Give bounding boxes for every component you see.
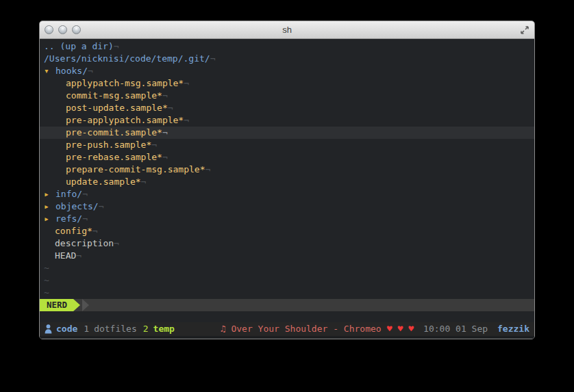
tree-node-label: objects/ <box>55 201 99 211</box>
linebreak-glyph: ¬ <box>82 189 88 199</box>
session-name: code <box>56 323 77 335</box>
tree-node-label: prepare-commit-msg.sample* <box>66 164 205 174</box>
tree-line[interactable]: pre-applypatch.sample*¬ <box>40 114 534 127</box>
linebreak-glyph: ¬ <box>168 103 173 113</box>
linebreak-glyph: ¬ <box>162 90 168 101</box>
heart-icon: ♥ <box>397 324 403 334</box>
tree-line[interactable]: prepare-commit-msg.sample*¬ <box>40 164 534 176</box>
tree-node-label: pre-push.sample* <box>66 140 151 150</box>
powerline-arrow-icon <box>73 299 80 311</box>
tree-node-label: refs/ <box>55 213 82 224</box>
linebreak-glyph: ¬ <box>76 250 82 261</box>
tree-line[interactable]: .. (up a dir)¬ <box>40 40 534 53</box>
tree-line[interactable]: ▸info/¬ <box>40 188 534 200</box>
tmux-window-index: 1 <box>84 324 89 334</box>
person-icon <box>45 324 52 334</box>
tree-node-label: post-update.sample* <box>66 103 168 113</box>
hostname: fezzik <box>497 323 529 335</box>
tree-line[interactable]: HEAD¬ <box>40 250 534 262</box>
tree-node-label: pre-rebase.sample* <box>66 152 162 162</box>
tree-line[interactable]: ▸refs/¬ <box>40 213 534 225</box>
dir-closed-arrow-icon[interactable]: ▸ <box>44 200 55 213</box>
linebreak-glyph: ¬ <box>82 213 88 224</box>
tree-node-label: .. (up a dir) <box>44 41 114 51</box>
tree-line[interactable]: /Users/nicknisi/code/temp/.git/¬ <box>40 53 534 65</box>
song-title: Over Your Shoulder - Chromeo <box>231 323 381 335</box>
tmux-window-name: dotfiles <box>94 324 137 334</box>
tree-line[interactable]: config*¬ <box>40 225 534 237</box>
tmux-statusbar: code 1dotfiles2temp ♫ Over Your Shoulder… <box>40 322 534 336</box>
tmux-status-right: ♫ Over Your Shoulder - Chromeo ♥♥♥ 10:00… <box>221 323 529 335</box>
tree-line[interactable]: ▾hooks/¬ <box>40 65 534 77</box>
linebreak-glyph: ¬ <box>205 164 211 174</box>
tree-line[interactable]: applypatch-msg.sample*¬ <box>40 77 534 90</box>
minimize-button[interactable] <box>58 25 67 34</box>
tmux-window-item[interactable]: 1dotfiles <box>84 324 136 334</box>
terminal-window: sh .. (up a dir)¬/Users/nicknisi/code/te… <box>39 21 535 339</box>
heart-icon: ♥ <box>408 324 414 334</box>
dir-closed-arrow-icon[interactable]: ▸ <box>44 188 55 200</box>
linebreak-glyph: ¬ <box>151 140 157 150</box>
tree-node-label: hooks/ <box>55 66 88 76</box>
linebreak-glyph: ¬ <box>88 66 93 76</box>
fullscreen-button[interactable] <box>519 25 530 36</box>
zoom-button[interactable] <box>72 25 81 34</box>
linebreak-glyph: ¬ <box>141 177 147 187</box>
tree-line[interactable]: pre-rebase.sample*¬ <box>40 151 534 164</box>
vim-statusline: NERD <box>40 299 534 311</box>
tree-node-label: pre-commit.sample* <box>66 127 162 138</box>
tree-line[interactable]: post-update.sample*¬ <box>40 102 534 114</box>
tree-node-label: pre-applypatch.sample* <box>66 115 184 125</box>
linebreak-glyph: ¬ <box>92 226 98 236</box>
empty-buffer-line: ~ <box>40 274 534 287</box>
tmux-window-item[interactable]: 2temp <box>143 324 175 334</box>
tree-node-label: /Users/nicknisi/code/temp/.git/ <box>44 53 210 64</box>
empty-buffer-line: ~ <box>40 262 534 274</box>
tree-line[interactable]: commit-msg.sample*¬ <box>40 90 534 102</box>
tree-node-label: HEAD <box>55 250 76 261</box>
linebreak-glyph: ¬ <box>162 127 168 138</box>
tree-line[interactable]: description¬ <box>40 237 534 250</box>
tree-node-label: info/ <box>55 189 82 199</box>
linebreak-glyph: ¬ <box>184 78 189 88</box>
tree-node-label: config* <box>55 226 92 236</box>
fullscreen-icon <box>519 25 530 36</box>
linebreak-glyph: ¬ <box>114 238 119 248</box>
tmux-window-index: 2 <box>143 324 149 334</box>
traffic-lights <box>45 25 81 34</box>
dir-closed-arrow-icon[interactable]: ▸ <box>44 213 55 225</box>
tree-node-label: description <box>55 238 114 248</box>
vim-commandline <box>40 311 534 322</box>
tmux-window-list: 1dotfiles2temp <box>84 323 181 335</box>
heart-rating: ♥♥♥ <box>387 323 414 335</box>
tree-line[interactable]: pre-push.sample*¬ <box>40 139 534 151</box>
tree-line[interactable]: pre-commit.sample*¬ <box>40 127 534 139</box>
music-note-icon: ♫ <box>221 323 226 335</box>
linebreak-glyph: ¬ <box>184 115 189 125</box>
heart-icon: ♥ <box>387 324 392 334</box>
terminal-bottom-padding <box>40 336 534 339</box>
tree-node-label: update.sample* <box>66 177 141 187</box>
tree-line[interactable]: ▸objects/¬ <box>40 200 534 213</box>
tmux-window-name: temp <box>153 324 175 334</box>
linebreak-glyph: ¬ <box>162 152 168 162</box>
nerdtree-pane: .. (up a dir)¬/Users/nicknisi/code/temp/… <box>40 39 534 299</box>
terminal-screen[interactable]: .. (up a dir)¬/Users/nicknisi/code/temp/… <box>40 39 534 339</box>
tree-node-label: commit-msg.sample* <box>66 90 162 101</box>
linebreak-glyph: ¬ <box>99 201 104 211</box>
tree-node-label: applypatch-msg.sample* <box>66 78 184 88</box>
linebreak-glyph: ¬ <box>114 41 119 51</box>
dir-open-arrow-icon[interactable]: ▾ <box>44 65 55 77</box>
powerline-arrow-icon <box>82 299 89 311</box>
tree-line[interactable]: update.sample*¬ <box>40 176 534 188</box>
close-button[interactable] <box>45 25 53 34</box>
window-titlebar[interactable]: sh <box>40 21 534 39</box>
nerdtree-mode-badge: NERD <box>40 299 73 311</box>
empty-buffer-line: ~ <box>40 287 534 299</box>
clock-date: 10:00 01 Sep <box>423 323 488 335</box>
window-title: sh <box>282 25 292 35</box>
linebreak-glyph: ¬ <box>210 53 216 64</box>
